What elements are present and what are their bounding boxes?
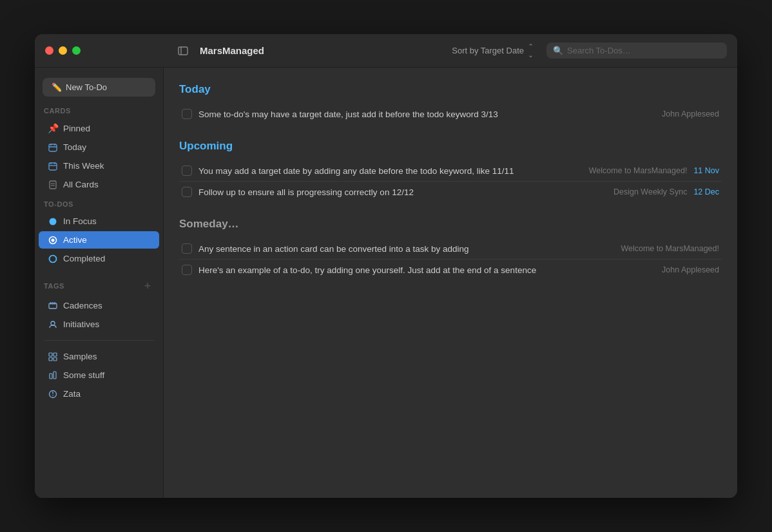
titlebar-content: MarsManaged Sort by Target Date ⌃⌄ 🔍 [164,40,737,62]
sidebar-item-cadences[interactable]: Cadences [39,297,159,314]
sidebar-item-zata[interactable]: Zata [39,385,159,403]
todo-meta-2: Welcome to MarsManaged! 11 Nov [589,166,719,175]
todo-text-4: Any sentence in an action card can be co… [198,244,614,254]
todo-text-3: Follow up to ensure all is progressing c… [198,187,607,197]
search-input[interactable] [567,46,720,55]
initiatives-icon [48,320,58,329]
svg-rect-23 [49,353,52,356]
cadences-icon [48,301,58,310]
svg-rect-24 [53,353,57,356]
today-heading: Today [179,83,722,96]
todo-item-2: You may add a target date by adding any … [179,160,722,182]
upcoming-heading: Upcoming [179,140,722,153]
todo-text-1: Some to-do's may have a target date, jus… [198,109,655,119]
sidebar-item-in-focus[interactable]: In Focus [39,213,159,230]
svg-point-22 [51,321,55,325]
todo-date-3: 12 Dec [693,187,719,196]
svg-point-13 [50,218,57,225]
todo-checkbox-1[interactable] [182,109,192,119]
sidebar: ✏️ New To-Do CARDS 📌 Pinned Toda [35,68,164,498]
samples-icon [48,352,58,361]
svg-rect-10 [50,181,56,189]
today-todo-list: Some to-do's may have a target date, jus… [179,104,722,124]
sidebar-item-today-label: Today [63,142,86,152]
sidebar-item-active-label: Active [63,235,87,245]
sidebar-item-samples[interactable]: Samples [39,348,159,365]
todo-checkbox-5[interactable] [182,265,192,275]
svg-rect-25 [49,357,52,361]
sort-button[interactable]: Sort by Target Date ⌃⌄ [447,40,539,62]
close-button[interactable] [45,46,53,55]
sort-arrows-icon: ⌃⌄ [528,43,534,59]
todo-meta-5: John Appleseed [662,265,719,274]
sidebar-cards-section-label: CARDS [35,107,163,119]
in-focus-icon [48,217,58,226]
sidebar-item-this-week[interactable]: This Week [39,157,159,175]
sidebar-item-this-week-label: This Week [63,161,104,171]
todo-card-5: John Appleseed [662,265,719,274]
upcoming-todo-list: You may add a target date by adding any … [179,160,722,202]
maximize-button[interactable] [72,46,81,55]
sidebar-tags-header: TAGS + [35,274,163,296]
todo-checkbox-4[interactable] [182,243,192,254]
sidebar-todos-section-label: TO-DOS [35,200,163,212]
content-area: ✏️ New To-Do CARDS 📌 Pinned Toda [35,68,737,498]
all-cards-icon [48,180,58,189]
svg-point-15 [52,238,55,242]
add-tag-button[interactable]: + [141,280,154,292]
svg-rect-6 [49,163,57,170]
todo-item-5: Here's an example of a to-do, try adding… [179,260,722,280]
some-stuff-icon [48,371,58,380]
svg-rect-27 [50,374,52,379]
sidebar-item-some-stuff[interactable]: Some stuff [39,366,159,384]
sidebar-item-all-cards[interactable]: All Cards [39,176,159,193]
sidebar-item-pinned[interactable]: 📌 Pinned [39,119,159,137]
todo-meta-3: Design Weekly Sync 12 Dec [613,187,719,196]
todo-card-3: Design Weekly Sync [613,187,687,196]
svg-rect-26 [53,357,57,361]
completed-icon [48,254,58,263]
sidebar-item-zata-label: Zata [63,389,81,399]
active-icon [48,236,58,245]
zata-icon [48,390,58,399]
todo-checkbox-3[interactable] [182,187,192,197]
todo-card-1: John Appleseed [662,109,719,119]
new-todo-label: New To-Do [66,82,107,92]
sidebar-divider [44,340,154,341]
sidebar-tags-section-label: TAGS [44,282,64,290]
search-bar: 🔍 [546,43,727,59]
new-todo-button[interactable]: ✏️ New To-Do [43,78,155,97]
sidebar-item-some-stuff-label: Some stuff [63,370,104,380]
sort-label: Sort by Target Date [452,46,524,55]
search-icon: 🔍 [553,46,563,55]
svg-rect-0 [179,47,188,55]
sidebar-item-in-focus-label: In Focus [63,216,97,226]
sidebar-item-samples-label: Samples [63,352,97,361]
today-icon [48,143,58,152]
sidebar-item-completed[interactable]: Completed [39,250,159,267]
sidebar-item-all-cards-label: All Cards [63,180,99,189]
todo-text-5: Here's an example of a to-do, try adding… [198,265,655,275]
todo-checkbox-2[interactable] [182,166,192,176]
someday-todo-list: Any sentence in an action card can be co… [179,238,722,280]
minimize-button[interactable] [59,46,67,55]
app-window: MarsManaged Sort by Target Date ⌃⌄ 🔍 ✏️ … [35,34,737,498]
window-title: MarsManaged [200,45,264,56]
todo-meta-1: John Appleseed [662,109,719,119]
todo-card-4: Welcome to MarsManaged! [621,244,719,253]
sidebar-item-pinned-label: Pinned [63,124,90,133]
traffic-lights [35,46,164,55]
week-icon [48,162,58,171]
pin-icon: 📌 [48,123,58,133]
todo-item-3: Follow up to ensure all is progressing c… [179,182,722,202]
sidebar-item-active[interactable]: Active [39,231,159,249]
someday-heading: Someday… [179,218,722,231]
main-panel: Today Some to-do's may have a target dat… [164,68,737,498]
todo-meta-4: Welcome to MarsManaged! [621,244,719,253]
sidebar-toggle-button[interactable] [174,43,192,59]
sidebar-item-cadences-label: Cadences [63,301,102,310]
sidebar-item-initiatives[interactable]: Initiatives [39,316,159,333]
sidebar-item-completed-label: Completed [63,254,105,263]
todo-date-2: 11 Nov [693,166,719,175]
sidebar-item-today[interactable]: Today [39,138,159,156]
